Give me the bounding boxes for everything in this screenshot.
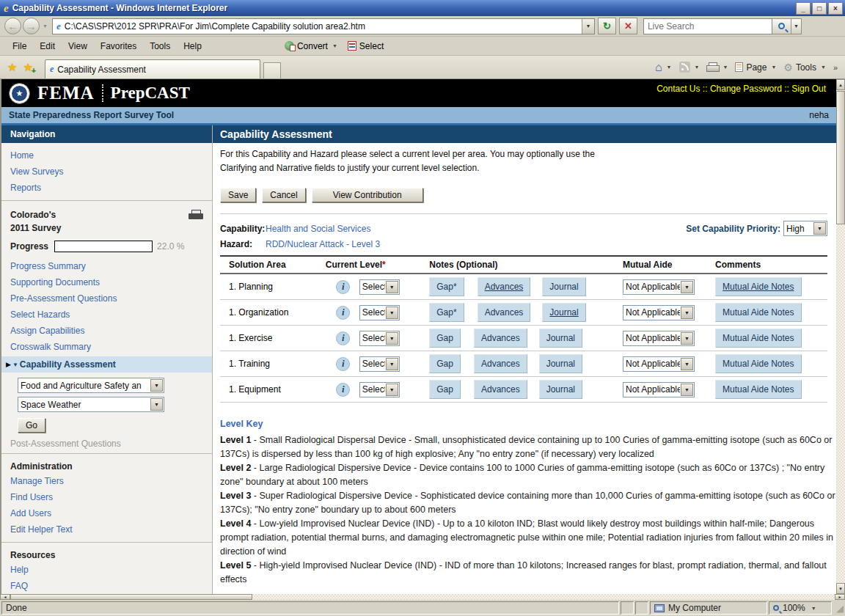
info-icon[interactable]: i [336,383,350,397]
gap-button[interactable]: Gap [429,380,461,399]
view-contribution-button[interactable]: View Contribution [312,188,423,202]
sidebar-item-home[interactable]: Home [1,147,212,164]
vertical-scrollbar[interactable]: ▲ ▼ [836,79,845,594]
advances-button[interactable]: Advances [478,277,531,296]
address-dropdown-icon[interactable]: ▼ [582,19,594,34]
resize-grip[interactable]: ◢ [833,603,844,614]
sidebar-item-supporting-documents[interactable]: Supporting Documents [1,274,212,290]
sidebar-item-find-users[interactable]: Find Users [1,489,212,505]
advances-button[interactable]: Advances [474,380,527,399]
select-button[interactable]: Select [359,41,384,51]
sign-out-link[interactable]: Sign Out [791,84,826,94]
stop-button[interactable]: ✕ [619,18,637,34]
sidebar-item-reports[interactable]: Reports [1,180,212,196]
address-field[interactable]: e ▼ [52,18,595,34]
mutual-aide-notes-button[interactable]: Mutual Aide Notes [715,303,801,322]
menu-view[interactable]: View [62,39,94,54]
tab-capability-assessment[interactable]: e Capability Assessment [45,59,260,78]
home-icon[interactable]: ⌂ [655,61,662,74]
current-level-select[interactable]: Select▼ [359,331,400,346]
journal-button[interactable]: Journal [539,380,582,399]
current-level-select[interactable]: Select▼ [359,382,400,397]
tools-button[interactable]: ⚙Tools▼ [783,62,826,73]
scroll-left-icon[interactable]: ◄ [0,594,10,600]
sidebar-item-pre-assessment-questions[interactable]: Pre-Assessment Questions [1,290,212,307]
convert-dropdown-icon[interactable]: ▼ [332,43,337,48]
sidebar-item-manage-tiers[interactable]: Manage Tiers [1,473,212,489]
favorites-star-icon[interactable]: ★ [7,61,17,74]
current-level-select[interactable]: Select▼ [359,279,400,295]
current-level-select[interactable]: Select▼ [359,356,400,372]
change-password-link[interactable]: Change Password [710,84,782,94]
contact-us-link[interactable]: Contact Us [656,84,700,94]
menu-tools[interactable]: Tools [143,39,177,54]
sidebar-item-view-surveys[interactable]: View Surveys [1,164,212,180]
info-icon[interactable]: i [336,331,350,345]
sidebar-item-capability-assessment[interactable]: ▶ ▼ Capability Assessment [1,356,212,373]
mutual-aide-select[interactable]: Not Applicable▼ [623,331,695,346]
sidebar-item-progress-summary[interactable]: Progress Summary [1,258,212,274]
journal-button[interactable]: Journal [542,303,585,322]
scroll-up-icon[interactable]: ▲ [836,79,845,90]
sidebar-item-edit-helper-text[interactable]: Edit Helper Text [1,521,212,538]
minimize-button[interactable]: _ [796,2,811,15]
add-favorite-icon[interactable]: ★ [23,61,32,74]
close-button[interactable]: × [828,2,843,15]
gap-button[interactable]: Gap* [429,277,464,296]
menu-file[interactable]: File [6,39,33,54]
gap-button[interactable]: Gap* [429,303,464,322]
toolbar-overflow-icon[interactable]: » [833,63,838,72]
gap-button[interactable]: Gap [429,329,461,348]
page-button[interactable]: Page▼ [735,62,776,73]
search-button[interactable] [772,18,791,34]
mutual-aide-notes-button[interactable]: Mutual Aide Notes [715,329,801,348]
hazard-value-link[interactable]: RDD/Nuclear Attack - Level 3 [266,239,380,249]
sidebar-item-assign-capabilities[interactable]: Assign Capabilities [1,323,212,339]
info-icon[interactable]: i [336,357,350,371]
search-options-icon[interactable]: ▼ [791,18,802,34]
mutual-aide-notes-button[interactable]: Mutual Aide Notes [715,277,801,296]
vertical-scroll-thumb[interactable] [836,91,845,224]
forward-button[interactable]: → [23,18,40,34]
refresh-button[interactable]: ↻ [598,18,616,34]
print-dropdown-icon[interactable]: ▼ [723,65,728,70]
mutual-aide-notes-button[interactable]: Mutual Aide Notes [715,380,801,399]
gap-button[interactable]: Gap [429,354,461,373]
horizontal-scroll-thumb[interactable] [10,594,252,600]
restore-button[interactable]: □ [812,2,827,15]
mutual-aide-select[interactable]: Not Applicable▼ [623,305,695,320]
print-icon[interactable] [706,62,718,72]
rss-feed-icon[interactable] [679,62,690,73]
zoom-control[interactable]: 100% ▼ [769,601,832,615]
hazard-select[interactable]: Space Weather ▼ [18,397,164,412]
menu-favorites[interactable]: Favorites [94,39,143,54]
journal-button[interactable]: Journal [539,354,582,373]
history-dropdown-icon[interactable]: ▼ [43,23,48,29]
cancel-button[interactable]: Cancel [262,188,305,202]
capability-value-link[interactable]: Health and Social Services [266,224,370,234]
search-field[interactable] [643,18,772,34]
back-button[interactable]: ← [4,18,21,34]
capability-priority-select[interactable]: High ▼ [783,221,827,236]
sidebar-item-add-users[interactable]: Add Users [1,505,212,521]
save-button[interactable]: Save [220,188,256,202]
zoom-dropdown-icon[interactable]: ▼ [811,606,816,611]
sidebar-item-faq[interactable]: FAQ [1,578,212,594]
capability-select[interactable]: Food and Agriculture Safety an ▼ [18,378,164,393]
advances-button[interactable]: Advances [474,329,527,348]
new-tab-stub[interactable] [263,62,281,78]
sidebar-item-select-hazards[interactable]: Select Hazards [1,307,212,323]
scroll-down-icon[interactable]: ▼ [836,583,845,594]
advances-button[interactable]: Advances [478,303,531,322]
sidebar-item-crosswalk-summary[interactable]: Crosswalk Summary [1,339,212,355]
menu-help[interactable]: Help [177,39,208,54]
tools-dropdown-icon[interactable]: ▼ [821,65,826,70]
convert-button[interactable]: Convert [297,41,328,51]
current-level-select[interactable]: Select▼ [359,305,400,320]
advances-button[interactable]: Advances [474,354,527,373]
journal-button[interactable]: Journal [542,277,585,296]
address-input[interactable] [65,21,582,32]
search-input[interactable] [648,21,772,32]
horizontal-scrollbar[interactable]: ◄ ► [0,594,845,600]
menu-edit[interactable]: Edit [33,39,62,54]
